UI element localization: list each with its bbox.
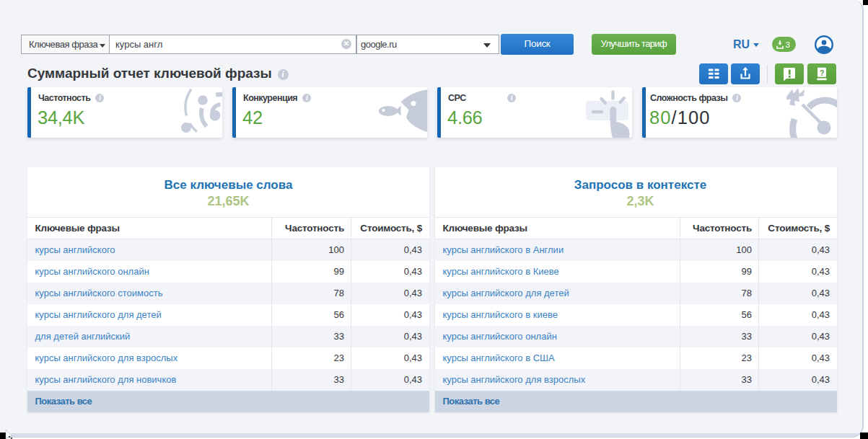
svg-text:3: 3: [786, 40, 790, 49]
svg-text:?: ?: [820, 68, 824, 77]
